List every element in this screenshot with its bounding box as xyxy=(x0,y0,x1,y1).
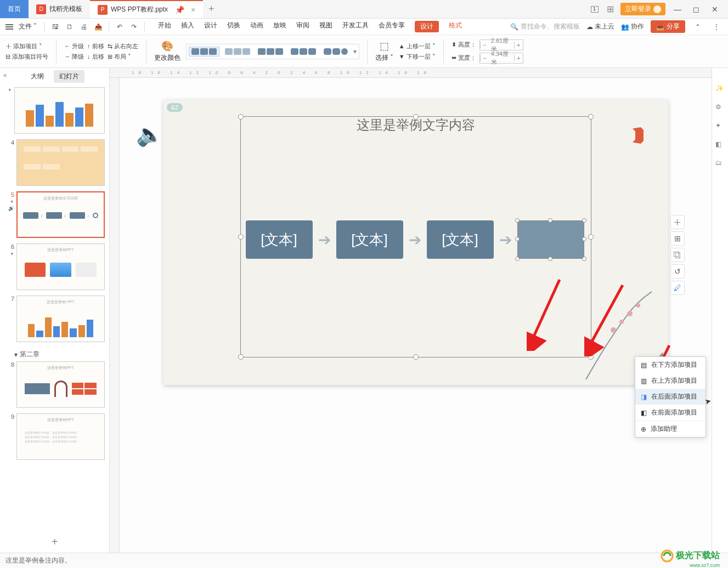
rail-settings-icon[interactable]: ⚙ xyxy=(715,103,725,113)
resize-handle[interactable] xyxy=(413,114,419,120)
resize-handle[interactable] xyxy=(582,257,586,261)
resize-handle[interactable] xyxy=(548,257,552,261)
popup-add-after[interactable]: ◨在后面添加项目 xyxy=(635,389,706,405)
promote-button[interactable]: ← 升级 xyxy=(64,42,84,50)
rail-object-icon[interactable]: ◧ xyxy=(715,140,725,150)
resize-handle[interactable] xyxy=(238,354,244,360)
change-color-button[interactable]: 🎨 更改颜色 xyxy=(154,40,180,63)
sa-style-5[interactable] xyxy=(321,47,350,56)
tab-devtools[interactable]: 开发工具 xyxy=(342,21,369,32)
redo-icon[interactable]: ↷ xyxy=(128,21,140,33)
slide-thumb-3[interactable]: ✦ xyxy=(8,87,105,134)
resize-handle[interactable] xyxy=(588,234,594,240)
panel-collapse-icon[interactable]: « xyxy=(3,71,7,79)
notes-bar[interactable]: 这里是举例备注内容。 xyxy=(0,553,728,568)
smartart-node-2[interactable]: [文本] xyxy=(336,220,403,259)
add-item-button[interactable]: 🞡 添加项目 ˅ xyxy=(5,42,48,50)
resize-handle[interactable] xyxy=(238,234,244,240)
export-icon[interactable]: 📤 xyxy=(92,21,104,33)
send-backward-button[interactable]: ▼ 下移一层 ˅ xyxy=(399,53,436,61)
side-tab-outline[interactable]: 大纲 xyxy=(25,70,49,83)
close-window-button[interactable]: ✕ xyxy=(708,5,721,14)
slide-thumb-8[interactable]: 8 这是是举例PPT xyxy=(8,361,105,408)
section-header[interactable]: ▾第二章 xyxy=(8,348,105,361)
print-icon[interactable]: 🖨 xyxy=(78,21,90,33)
tab-transition[interactable]: 切换 xyxy=(227,21,240,32)
hamburger-icon[interactable] xyxy=(5,24,13,30)
audio-object-icon[interactable]: 🔈 xyxy=(136,122,163,147)
sa-style-3[interactable] xyxy=(256,47,285,56)
tab-home[interactable]: 首页 xyxy=(0,0,29,18)
coop-button[interactable]: 👥 协作 xyxy=(621,22,644,31)
slide-thumb-4[interactable]: 4 xyxy=(8,139,105,186)
maximize-button[interactable]: ◻ xyxy=(690,5,703,14)
cloud-status[interactable]: ☁ 未上云 xyxy=(586,22,614,31)
rail-template-icon[interactable]: 🗂 xyxy=(715,159,725,169)
demote-button[interactable]: → 降级 xyxy=(64,53,84,61)
sa-style-2[interactable] xyxy=(223,47,252,56)
move-after-button[interactable]: ↓ 后移 xyxy=(87,53,104,61)
popup-add-assistant[interactable]: ⊕添加助理 xyxy=(635,421,706,437)
print-preview-icon[interactable]: 🗋 xyxy=(64,21,76,33)
qt-reset[interactable]: ↺ xyxy=(670,264,685,279)
height-increase[interactable]: + xyxy=(514,42,523,48)
rtl-button[interactable]: ⇆ 从右向左 xyxy=(108,42,138,50)
login-button[interactable]: 立即登录 xyxy=(620,3,665,15)
qt-layout[interactable]: ⊞ xyxy=(670,231,685,246)
qt-pen[interactable]: 🖊 xyxy=(670,281,685,295)
resize-handle[interactable] xyxy=(238,114,244,120)
tab-vip[interactable]: 会员专享 xyxy=(379,21,405,32)
popup-add-before[interactable]: ◧在前面添加项目 xyxy=(635,405,706,421)
resize-handle[interactable] xyxy=(515,237,520,241)
tab-pin-icon[interactable]: 📌 xyxy=(174,5,184,15)
resize-handle[interactable] xyxy=(582,237,586,241)
slide-thumb-7[interactable]: 7 这是是举例 PPT xyxy=(8,296,105,342)
undo-icon[interactable]: ↶ xyxy=(114,21,126,33)
slide-thumb-6[interactable]: 6 ✦ 这是是举例PPT xyxy=(8,243,105,290)
add-slide-button[interactable]: + xyxy=(0,531,109,553)
tab-view[interactable]: 视图 xyxy=(319,21,332,32)
new-tab-button[interactable]: + xyxy=(203,0,219,18)
smartart-node-1[interactable]: [文本] xyxy=(246,220,313,259)
resize-handle[interactable] xyxy=(515,257,520,261)
workspace-icon[interactable] xyxy=(590,4,600,14)
slide-thumb-9[interactable]: 9 这是是举例PPT这是是举例文字内容，这是是举例文字内容，这是是举例文字内容，… xyxy=(8,413,105,460)
layout-button[interactable]: ⊞ 布局 ˅ xyxy=(108,53,131,61)
command-search[interactable]: 🔍 查找命令、搜索模板 xyxy=(510,22,580,31)
tab-insert[interactable]: 插入 xyxy=(181,21,194,32)
qt-add-item[interactable]: 🞡 xyxy=(670,215,685,229)
file-menu[interactable]: 文件 ˅ xyxy=(19,22,37,31)
smartart-flow[interactable]: [文本] ➔ [文本] ➔ [文本] ➔ xyxy=(246,220,584,259)
resize-handle[interactable] xyxy=(582,218,586,223)
width-input[interactable]: −4.34厘米+ xyxy=(479,53,523,64)
tab-close-icon[interactable]: × xyxy=(191,5,195,14)
tab-smartart-format[interactable]: 格式 xyxy=(449,21,462,32)
share-button[interactable]: 📤分享 xyxy=(651,20,685,33)
smartart-styles-gallery[interactable]: ▾ xyxy=(186,44,359,59)
rail-ai-icon[interactable]: ✨ xyxy=(715,84,725,94)
tab-slideshow[interactable]: 放映 xyxy=(273,21,286,32)
qt-structure[interactable]: ⿻ xyxy=(670,248,685,262)
height-decrease[interactable]: − xyxy=(480,42,489,48)
slide-thumb-5[interactable]: 5 ✦ 🔊 这里是举例文字内容››› xyxy=(8,191,105,238)
tab-animation[interactable]: 动画 xyxy=(250,21,263,32)
resize-handle[interactable] xyxy=(548,218,552,223)
rail-animate-icon[interactable]: ✦ xyxy=(715,122,725,132)
tab-current-file[interactable]: P WPS PPT教程.pptx 📌 × xyxy=(90,0,203,18)
tab-design[interactable]: 设计 xyxy=(204,21,217,32)
tab-review[interactable]: 审阅 xyxy=(296,21,309,32)
smartart-node-4-selected[interactable] xyxy=(517,220,584,259)
resize-handle[interactable] xyxy=(515,218,520,223)
select-button[interactable]: ⬚ 选择 ˅ xyxy=(375,40,393,63)
smartart-node-3[interactable]: [文本] xyxy=(427,220,494,259)
add-bullet-button[interactable]: ⊟ 添加项目符号 xyxy=(5,53,48,61)
apps-icon[interactable]: ⊞ xyxy=(605,4,615,14)
height-input[interactable]: −2.61厘米+ xyxy=(479,39,523,50)
tab-templates[interactable]: D 找稻壳模板 xyxy=(29,0,90,18)
popup-add-above[interactable]: ▥在上方添加项目 xyxy=(635,373,706,389)
sa-style-4[interactable] xyxy=(289,47,318,56)
width-decrease[interactable]: − xyxy=(480,55,489,61)
gallery-expand-icon[interactable]: ▾ xyxy=(353,48,357,55)
save-icon[interactable]: 🖫 xyxy=(49,21,61,33)
tab-start[interactable]: 开始 xyxy=(158,21,171,32)
